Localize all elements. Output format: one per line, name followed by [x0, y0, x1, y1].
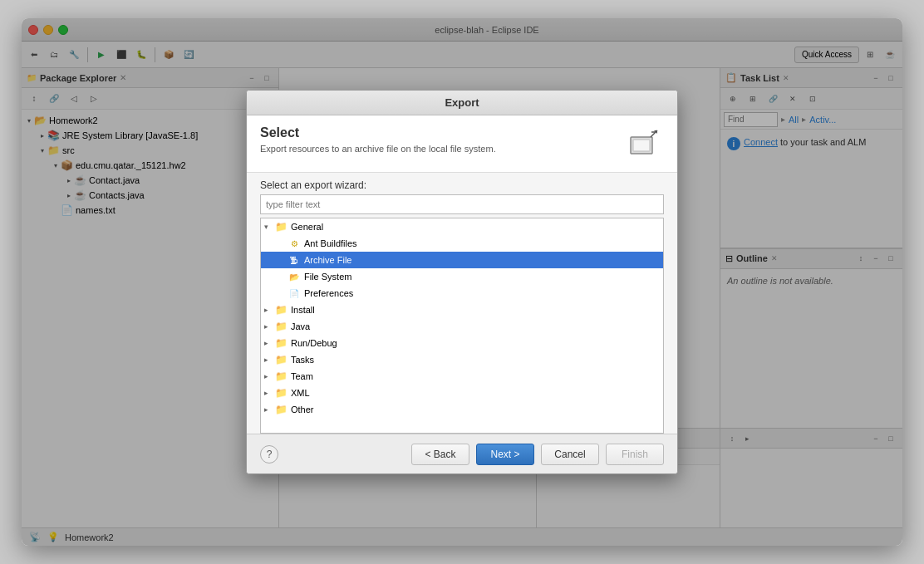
- general-folder-icon: 📁: [274, 220, 288, 233]
- tasks-arrow: ▸: [264, 356, 274, 364]
- tree-general[interactable]: ▾ 📁 General: [261, 218, 663, 235]
- next-button[interactable]: Next >: [476, 444, 534, 465]
- prefs-label: Preferences: [304, 288, 353, 298]
- prefs-icon: 📄: [288, 287, 301, 300]
- java-folder-icon: 📁: [274, 320, 288, 333]
- install-folder-icon: 📁: [274, 303, 288, 316]
- modal-footer-right: < Back Next > Cancel Finish: [411, 444, 664, 465]
- archive-icon: 🗜: [288, 253, 301, 267]
- fs-icon: 📂: [288, 270, 301, 283]
- modal-heading: Select: [260, 125, 496, 140]
- tasks-label: Tasks: [291, 355, 314, 365]
- modal-export-icon: [624, 125, 664, 165]
- ide-window: eclipse-blah - Eclipse IDE ⬅ 🗂 🔧 ▶ ⬛ 🐛 📦…: [22, 18, 902, 546]
- tree-ant-buildfiles[interactable]: ⚙ Ant Buildfiles: [261, 235, 663, 252]
- finish-button[interactable]: Finish: [606, 444, 664, 465]
- cancel-button[interactable]: Cancel: [541, 444, 599, 465]
- java-arrow: ▸: [264, 322, 274, 331]
- modal-footer: ? < Back Next > Cancel Finish: [247, 434, 677, 473]
- modal-header-text: Select Export resources to an archive fi…: [260, 125, 496, 154]
- tree-preferences[interactable]: 📄 Preferences: [261, 285, 663, 302]
- archive-label: Archive File: [304, 255, 351, 265]
- ant-icon: ⚙: [288, 237, 301, 250]
- tree-java[interactable]: ▸ 📁 Java: [261, 318, 663, 335]
- xml-label: XML: [291, 388, 310, 398]
- rundebug-folder-icon: 📁: [274, 336, 288, 350]
- tree-archive-file[interactable]: 🗜 Archive File: [261, 252, 663, 268]
- tree-file-system[interactable]: 📂 File System: [261, 268, 663, 285]
- filter-box: [260, 194, 664, 214]
- tree-team[interactable]: ▸ 📁 Team: [261, 368, 663, 385]
- back-button[interactable]: < Back: [411, 444, 469, 465]
- general-arrow: ▾: [264, 223, 274, 231]
- java-label: Java: [291, 321, 310, 331]
- modal-header: Select Export resources to an archive fi…: [247, 115, 677, 173]
- modal-title-bar: Export: [247, 91, 677, 115]
- ant-label: Ant Buildfiles: [304, 238, 357, 248]
- modal-title: Export: [445, 96, 479, 109]
- modal-overlay: Export Select Export resources to an arc…: [22, 18, 902, 546]
- tree-tasks[interactable]: ▸ 📁 Tasks: [261, 351, 663, 368]
- other-label: Other: [291, 405, 314, 414]
- tasks-folder-icon: 📁: [274, 353, 288, 366]
- help-button[interactable]: ?: [260, 445, 278, 463]
- modal-description: Export resources to an archive file on t…: [260, 144, 496, 154]
- team-arrow: ▸: [264, 372, 274, 380]
- rundebug-arrow: ▸: [264, 339, 274, 347]
- xml-folder-icon: 📁: [274, 386, 288, 400]
- svg-rect-1: [633, 140, 650, 151]
- tree-xml[interactable]: ▸ 📁 XML: [261, 385, 663, 401]
- other-arrow: ▸: [264, 405, 274, 414]
- tree-run-debug[interactable]: ▸ 📁 Run/Debug: [261, 335, 663, 351]
- rundebug-label: Run/Debug: [291, 338, 337, 348]
- install-label: Install: [291, 305, 315, 315]
- general-label: General: [291, 222, 323, 232]
- wizard-label: Select an export wizard:: [247, 173, 677, 194]
- modal-tree[interactable]: ▾ 📁 General ⚙ Ant Buildfiles 🗜 Archive F: [260, 218, 664, 434]
- filter-input[interactable]: [266, 199, 658, 209]
- tree-other[interactable]: ▸ 📁 Other: [261, 401, 663, 418]
- team-label: Team: [291, 371, 313, 381]
- xml-arrow: ▸: [264, 389, 274, 397]
- export-dialog: Export Select Export resources to an arc…: [246, 90, 678, 474]
- other-folder-icon: 📁: [274, 403, 288, 416]
- fs-label: File System: [304, 272, 351, 282]
- modal-footer-left: ?: [260, 445, 278, 463]
- tree-install[interactable]: ▸ 📁 Install: [261, 302, 663, 318]
- team-folder-icon: 📁: [274, 370, 288, 383]
- install-arrow: ▸: [264, 306, 274, 314]
